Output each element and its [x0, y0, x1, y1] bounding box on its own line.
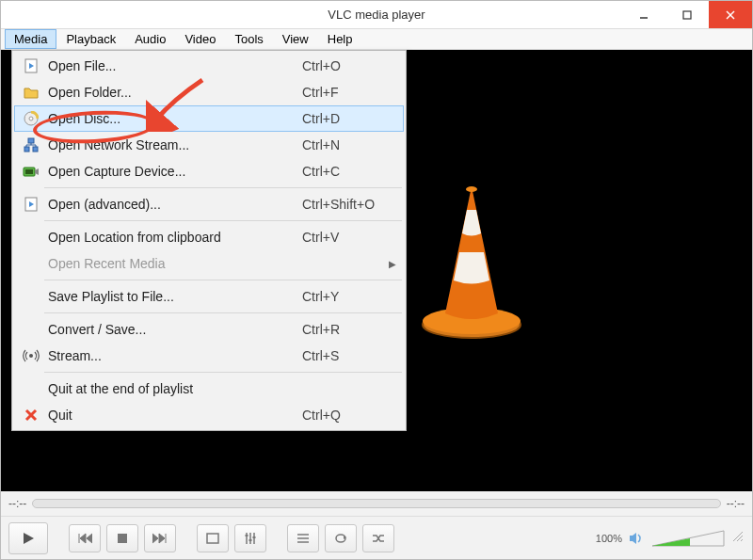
equalizer-icon [244, 532, 257, 545]
play-icon [21, 531, 36, 546]
menu-item-open-recent-media: Open Recent Media▶ [14, 250, 404, 277]
seek-track[interactable] [32, 499, 720, 508]
svg-rect-1 [683, 11, 691, 19]
menu-item-shortcut: Ctrl+O [302, 58, 396, 73]
volume-slider[interactable] [650, 527, 726, 550]
menu-item-open-network-stream[interactable]: Open Network Stream...Ctrl+N [14, 132, 404, 158]
menu-item-quit-at-the-end-of-playlist[interactable]: Quit at the end of playlist [14, 376, 404, 402]
menu-item-label: Open Network Stream... [44, 137, 302, 152]
menu-playback[interactable]: Playback [56, 29, 125, 49]
menu-item-open-folder[interactable]: Open Folder...Ctrl+F [14, 79, 404, 105]
menu-item-label: Open (advanced)... [44, 197, 302, 212]
play-doc-icon [18, 197, 44, 212]
menu-item-label: Open Disc... [44, 111, 302, 126]
next-button[interactable] [144, 524, 176, 552]
menu-item-label: Open Recent Media [44, 256, 295, 271]
previous-button[interactable] [69, 524, 101, 552]
minimize-button[interactable] [622, 1, 665, 28]
menu-media[interactable]: Media [5, 29, 56, 49]
menu-item-shortcut: Ctrl+S [302, 348, 396, 363]
menu-item-label: Open Capture Device... [44, 164, 302, 179]
app-window: VLC media player MediaPlaybackAudioVideo… [0, 0, 753, 560]
window-controls [622, 1, 752, 28]
disc-icon [18, 111, 44, 126]
menu-item-label: Quit at the end of playlist [44, 381, 302, 396]
menu-item-label: Quit [44, 408, 302, 423]
play-button[interactable] [8, 522, 48, 554]
folder-icon [18, 86, 44, 99]
control-bar: 100% [1, 516, 752, 559]
menu-item-label: Open File... [44, 58, 302, 73]
menu-item-open-disc[interactable]: Open Disc...Ctrl+D [14, 105, 404, 132]
stop-button[interactable] [106, 524, 138, 552]
time-elapsed: --:-- [8, 497, 26, 510]
menu-view[interactable]: View [273, 29, 318, 49]
menu-item-quit[interactable]: QuitCtrl+Q [14, 402, 404, 428]
seekbar: --:-- --:-- [1, 491, 752, 516]
menu-item-shortcut: Ctrl+Shift+O [302, 197, 396, 212]
fullscreen-icon [206, 533, 219, 544]
mute-button[interactable] [628, 531, 645, 546]
menu-item-shortcut: Ctrl+N [302, 137, 396, 152]
menubar: MediaPlaybackAudioVideoToolsViewHelp [1, 29, 752, 50]
playlist-button[interactable] [287, 524, 319, 552]
menu-item-shortcut: Ctrl+Y [302, 289, 396, 304]
menu-item-open-capture-device[interactable]: Open Capture Device...Ctrl+C [14, 158, 404, 184]
menu-item-shortcut: Ctrl+F [302, 85, 396, 100]
media-menu-dropdown: Open File...Ctrl+OOpen Folder...Ctrl+FOp… [11, 50, 407, 431]
extended-settings-button[interactable] [234, 524, 266, 552]
corner-grip-icon [731, 530, 745, 546]
menu-audio[interactable]: Audio [125, 29, 175, 49]
menu-separator [44, 312, 402, 313]
menu-item-shortcut: Ctrl+V [302, 230, 396, 245]
menu-item-label: Save Playlist to File... [44, 289, 302, 304]
menu-separator [44, 220, 402, 221]
prev-icon [77, 533, 92, 544]
menu-item-stream[interactable]: Stream...Ctrl+S [14, 343, 404, 369]
shuffle-icon [372, 533, 385, 544]
close-button[interactable] [709, 1, 752, 28]
menu-separator [44, 372, 402, 373]
svg-rect-19 [118, 534, 127, 543]
menu-separator [44, 187, 402, 188]
svg-rect-10 [28, 138, 34, 143]
menu-item-label: Open Location from clipboard [44, 230, 302, 245]
stop-icon [117, 533, 128, 544]
menu-video[interactable]: Video [175, 29, 225, 49]
loop-button[interactable] [325, 524, 357, 552]
capture-icon [18, 165, 44, 178]
menu-item-open-advanced[interactable]: Open (advanced)...Ctrl+Shift+O [14, 191, 404, 217]
svg-rect-20 [207, 534, 218, 543]
menu-item-shortcut: Ctrl+R [302, 322, 396, 337]
time-total: --:-- [727, 497, 745, 510]
menu-item-label: Convert / Save... [44, 322, 302, 337]
titlebar: VLC media player [1, 1, 752, 29]
menu-item-shortcut: Ctrl+C [302, 164, 396, 179]
svg-point-6 [466, 186, 477, 192]
menu-item-shortcut: Ctrl+Q [302, 408, 396, 423]
maximize-button[interactable] [665, 1, 709, 28]
menu-item-label: Stream... [44, 348, 302, 363]
menu-item-open-file[interactable]: Open File...Ctrl+O [14, 53, 404, 79]
network-icon [18, 137, 44, 152]
shuffle-button[interactable] [362, 524, 394, 552]
menu-item-shortcut: Ctrl+D [302, 111, 396, 126]
svg-rect-26 [253, 536, 256, 538]
menu-item-convert-save[interactable]: Convert / Save...Ctrl+R [14, 316, 404, 343]
menu-item-save-playlist-to-file[interactable]: Save Playlist to File...Ctrl+Y [14, 283, 404, 310]
menu-tools[interactable]: Tools [225, 29, 272, 49]
fullscreen-button[interactable] [197, 524, 229, 552]
svg-rect-24 [246, 535, 248, 536]
playlist-icon [296, 533, 310, 544]
menu-separator [44, 280, 402, 280]
next-icon [152, 533, 168, 544]
svg-rect-11 [24, 147, 29, 152]
svg-rect-25 [249, 539, 252, 541]
loop-icon [334, 533, 347, 544]
menu-item-open-location-from-clipboard[interactable]: Open Location from clipboardCtrl+V [14, 224, 404, 250]
vlc-cone-icon [415, 182, 528, 344]
speaker-icon [628, 531, 645, 546]
menu-help[interactable]: Help [318, 29, 362, 49]
menu-item-label: Open Folder... [44, 85, 302, 100]
svg-point-16 [29, 354, 33, 358]
